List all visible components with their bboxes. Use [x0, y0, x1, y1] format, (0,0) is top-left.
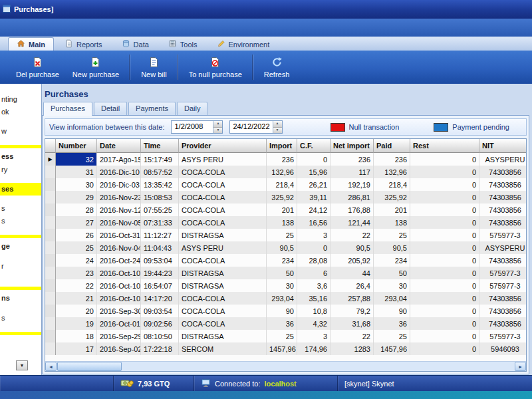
- cell-rest[interactable]: 0: [410, 203, 479, 216]
- cell-number[interactable]: 22: [56, 279, 97, 292]
- cell-cf[interactable]: 16,56: [297, 216, 331, 229]
- cell-time[interactable]: 09:02:56: [141, 317, 179, 330]
- cell-number[interactable]: 29: [56, 191, 97, 203]
- table-row[interactable]: 28 2016-Nov-12 07:55:25 COCA-COLA 201 24…: [45, 203, 527, 216]
- cell-cf[interactable]: 3: [297, 330, 331, 342]
- sidebar-scroll-down-button[interactable]: ▼: [16, 360, 28, 370]
- cell-cf[interactable]: 10,8: [297, 305, 331, 317]
- cell-cf[interactable]: 174,96: [297, 342, 331, 355]
- cell-rest[interactable]: 0: [410, 216, 479, 229]
- cell-nit[interactable]: 74303856: [479, 166, 527, 178]
- cell-import[interactable]: 236: [267, 153, 297, 166]
- table-row[interactable]: 27 2016-Nov-05 07:31:33 COCA-COLA 138 16…: [45, 216, 527, 229]
- table-row[interactable]: 23 2016-Oct-10 19:44:23 DISTRAGSA 50 6 4…: [45, 267, 527, 279]
- cell-number[interactable]: 27: [56, 216, 97, 229]
- cell-net-import[interactable]: 44: [331, 267, 374, 279]
- cell-paid[interactable]: 218,4: [374, 178, 410, 191]
- table-row[interactable]: 31 2016-Dic-10 08:57:52 COCA-COLA 132,96…: [45, 166, 527, 178]
- cell-provider[interactable]: COCA-COLA: [179, 292, 267, 305]
- tab-daily[interactable]: Daily: [177, 102, 207, 115]
- cell-rest[interactable]: 0: [410, 241, 479, 254]
- cell-paid[interactable]: 50: [374, 267, 410, 279]
- cell-time[interactable]: 15:17:49: [141, 153, 179, 166]
- cell-net-import[interactable]: 236: [331, 153, 374, 166]
- cell-import[interactable]: 293,04: [267, 292, 297, 305]
- column-header-number[interactable]: Number: [56, 139, 97, 153]
- tab-payments[interactable]: Payments: [128, 102, 176, 115]
- table-row[interactable]: 17 2016-Sep-02 17:22:18 SERCOM 1457,96 1…: [45, 342, 527, 355]
- cell-rest[interactable]: 0: [410, 342, 479, 355]
- cell-provider[interactable]: COCA-COLA: [179, 216, 267, 229]
- table-row[interactable]: 19 2016-Oct-01 09:02:56 COCA-COLA 36 4,3…: [45, 317, 527, 330]
- cell-nit[interactable]: 74303856: [479, 191, 527, 203]
- sidebar-item[interactable]: nting: [0, 93, 41, 106]
- column-header-import[interactable]: Import: [267, 139, 297, 153]
- cell-import[interactable]: 234: [267, 254, 297, 267]
- cell-net-import[interactable]: 117: [331, 166, 374, 178]
- cell-cf[interactable]: 0: [297, 153, 331, 166]
- cell-paid[interactable]: 1457,96: [374, 342, 410, 355]
- cell-rest[interactable]: 0: [410, 254, 479, 267]
- cell-rest[interactable]: 0: [410, 317, 479, 330]
- cell-import[interactable]: 90: [267, 305, 297, 317]
- cell-rest[interactable]: 0: [410, 178, 479, 191]
- sidebar-item[interactable]: s: [0, 202, 41, 215]
- table-row[interactable]: 26 2016-Oct-31 11:12:27 DISTRAGSA 25 3 2…: [45, 229, 527, 241]
- cell-rest[interactable]: 0: [410, 153, 479, 166]
- sidebar-item[interactable]: w: [0, 125, 41, 138]
- cell-rest[interactable]: 0: [410, 267, 479, 279]
- cell-number[interactable]: 31: [56, 166, 97, 178]
- cell-date[interactable]: 2016-Nov-04: [97, 241, 141, 254]
- date-from-value[interactable]: 1/2/2008: [172, 121, 213, 133]
- sidebar-item[interactable]: ok: [0, 106, 41, 118]
- cell-paid[interactable]: 138: [374, 216, 410, 229]
- column-header-nit[interactable]: NIT: [479, 139, 527, 153]
- cell-provider[interactable]: COCA-COLA: [179, 254, 267, 267]
- cell-nit[interactable]: 74303856: [479, 292, 527, 305]
- cell-time[interactable]: 17:22:18: [141, 342, 179, 355]
- ribbon-tab-reports[interactable]: Reports: [56, 37, 111, 51]
- cell-cf[interactable]: 24,12: [297, 203, 331, 216]
- cell-paid[interactable]: 90: [374, 305, 410, 317]
- cell-import[interactable]: 201: [267, 203, 297, 216]
- cell-rest[interactable]: 0: [410, 229, 479, 241]
- cell-paid[interactable]: 236: [374, 153, 410, 166]
- cell-number[interactable]: 23: [56, 267, 97, 279]
- cell-paid[interactable]: 30: [374, 279, 410, 292]
- cell-provider[interactable]: DISTRAGSA: [179, 267, 267, 279]
- spin-up-button[interactable]: ▲: [213, 121, 222, 128]
- cell-provider[interactable]: COCA-COLA: [179, 305, 267, 317]
- cell-time[interactable]: 08:10:50: [141, 330, 179, 342]
- cell-date[interactable]: 2016-Dic-10: [97, 166, 141, 178]
- cell-rest[interactable]: 0: [410, 305, 479, 317]
- cell-import[interactable]: 132,96: [267, 166, 297, 178]
- cell-nit[interactable]: 74303856: [479, 254, 527, 267]
- cell-import[interactable]: 50: [267, 267, 297, 279]
- cell-provider[interactable]: COCA-COLA: [179, 191, 267, 203]
- cell-provider[interactable]: COCA-COLA: [179, 178, 267, 191]
- cell-nit[interactable]: 74303856: [479, 178, 527, 191]
- cell-nit[interactable]: ASYSPERU: [479, 153, 527, 166]
- cell-time[interactable]: 13:35:42: [141, 178, 179, 191]
- spin-down-button[interactable]: ▼: [273, 128, 282, 134]
- cell-paid[interactable]: 234: [374, 254, 410, 267]
- refresh-button[interactable]: Refresh: [257, 55, 297, 80]
- cell-paid[interactable]: 36: [374, 317, 410, 330]
- cell-time[interactable]: 19:44:23: [141, 267, 179, 279]
- cell-date[interactable]: 2016-Oct-01: [97, 317, 141, 330]
- cell-time[interactable]: 09:03:54: [141, 305, 179, 317]
- cell-date[interactable]: 2016-Oct-31: [97, 229, 141, 241]
- cell-time[interactable]: 15:08:53: [141, 191, 179, 203]
- column-header-paid[interactable]: Paid: [374, 139, 410, 153]
- cell-date[interactable]: 2016-Sep-29: [97, 330, 141, 342]
- cell-cf[interactable]: 4,32: [297, 317, 331, 330]
- cell-time[interactable]: 16:54:07: [141, 279, 179, 292]
- cell-number[interactable]: 17: [56, 342, 97, 355]
- cell-date[interactable]: 2016-Nov-05: [97, 216, 141, 229]
- table-row[interactable]: 24 2016-Oct-24 09:53:04 COCA-COLA 234 28…: [45, 254, 527, 267]
- table-row[interactable]: 20 2016-Sep-30 09:03:54 COCA-COLA 90 10,…: [45, 305, 527, 317]
- cell-date[interactable]: 2016-Dic-03: [97, 178, 141, 191]
- cell-nit[interactable]: 74303856: [479, 216, 527, 229]
- cell-time[interactable]: 11:04:43: [141, 241, 179, 254]
- cell-cf[interactable]: 0: [297, 241, 331, 254]
